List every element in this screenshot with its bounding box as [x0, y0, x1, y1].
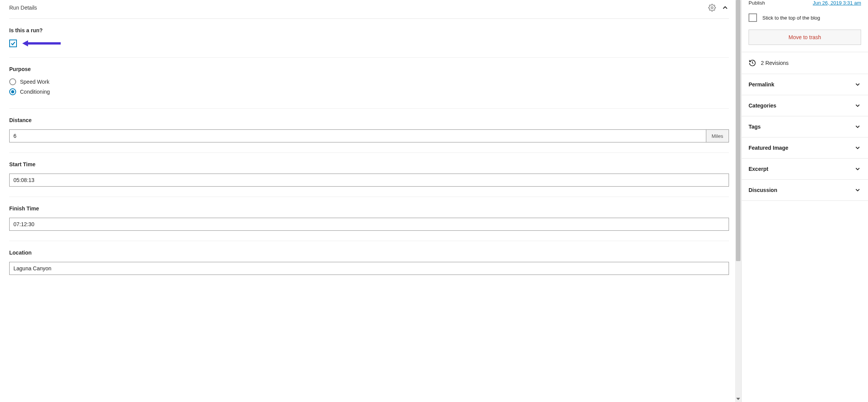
radio-icon[interactable]	[9, 78, 16, 85]
chevron-down-icon	[854, 144, 861, 151]
publish-row: Publish Jun 26, 2019 3:31 am	[742, 0, 868, 10]
revisions-section: 2 Revisions	[742, 52, 868, 74]
section-toggle[interactable]: Permalink	[742, 74, 868, 95]
svg-marker-1	[736, 398, 740, 400]
field-label: Distance	[9, 117, 729, 123]
history-icon	[749, 59, 756, 67]
section-discussion: Discussion	[742, 180, 868, 201]
purpose-option-speed-work[interactable]: Speed Work	[9, 78, 729, 85]
chevron-down-icon	[854, 102, 861, 109]
field-finish-time: Finish Time	[9, 197, 729, 241]
stick-label: Stick to the top of the blog	[762, 15, 820, 21]
finish-time-input[interactable]	[9, 218, 729, 231]
distance-input[interactable]	[9, 129, 706, 142]
section-title: Permalink	[749, 81, 774, 88]
section-toggle[interactable]: Featured Image	[742, 137, 868, 158]
radio-icon[interactable]	[9, 88, 16, 95]
is-run-checkbox[interactable]	[9, 40, 17, 47]
revisions-link[interactable]: 2 Revisions	[742, 52, 868, 74]
section-title: Excerpt	[749, 166, 768, 172]
publish-date-link[interactable]: Jun 26, 2019 3:31 am	[813, 0, 861, 6]
field-label: Start Time	[9, 161, 729, 167]
panel-header: Run Details	[9, 0, 729, 19]
field-purpose: Purpose Speed Work Conditioning	[9, 58, 729, 109]
field-start-time: Start Time	[9, 153, 729, 197]
radio-label: Conditioning	[20, 89, 50, 95]
distance-unit: Miles	[706, 129, 729, 142]
section-tags: Tags	[742, 116, 868, 137]
field-distance: Distance Miles	[9, 109, 729, 153]
sidebar: Publish Jun 26, 2019 3:31 am Stick to th…	[741, 0, 868, 402]
chevron-down-icon	[854, 81, 861, 88]
stick-row: Stick to the top of the blog	[742, 10, 868, 30]
scrollbar-thumb[interactable]	[736, 0, 740, 261]
purpose-option-conditioning[interactable]: Conditioning	[9, 88, 729, 95]
panel-actions	[708, 4, 729, 12]
chevron-up-icon[interactable]	[721, 4, 729, 12]
main-content: Run Details Is this a run?	[0, 0, 735, 402]
section-title: Discussion	[749, 187, 777, 193]
revisions-label: 2 Revisions	[761, 60, 788, 66]
section-toggle[interactable]: Tags	[742, 116, 868, 137]
scrollbar[interactable]	[735, 0, 741, 402]
field-is-run: Is this a run?	[9, 19, 729, 58]
scrollbar-down-arrow-icon[interactable]	[735, 396, 741, 402]
section-title: Featured Image	[749, 145, 788, 151]
field-label: Is this a run?	[9, 27, 729, 33]
section-title: Categories	[749, 103, 776, 109]
section-categories: Categories	[742, 95, 868, 116]
radio-label: Speed Work	[20, 79, 50, 85]
gear-icon[interactable]	[708, 4, 716, 12]
section-toggle[interactable]: Excerpt	[742, 159, 868, 179]
trash-button-label: Move to trash	[788, 34, 821, 40]
annotation-arrow-icon	[22, 40, 61, 47]
start-time-input[interactable]	[9, 174, 729, 187]
chevron-down-icon	[854, 123, 861, 130]
field-label: Finish Time	[9, 205, 729, 212]
field-label: Purpose	[9, 66, 729, 72]
location-input[interactable]	[9, 262, 729, 275]
chevron-down-icon	[854, 165, 861, 172]
svg-point-0	[711, 7, 713, 9]
chevron-down-icon	[854, 187, 861, 194]
publish-label: Publish	[749, 0, 765, 6]
section-featured-image: Featured Image	[742, 137, 868, 159]
stick-checkbox[interactable]	[749, 13, 757, 22]
section-excerpt: Excerpt	[742, 159, 868, 180]
panel-title: Run Details	[9, 5, 37, 11]
move-to-trash-button[interactable]: Move to trash	[749, 30, 861, 45]
section-toggle[interactable]: Discussion	[742, 180, 868, 200]
field-location: Location	[9, 241, 729, 285]
section-toggle[interactable]: Categories	[742, 95, 868, 116]
section-title: Tags	[749, 124, 761, 130]
field-label: Location	[9, 250, 729, 256]
section-permalink: Permalink	[742, 74, 868, 95]
